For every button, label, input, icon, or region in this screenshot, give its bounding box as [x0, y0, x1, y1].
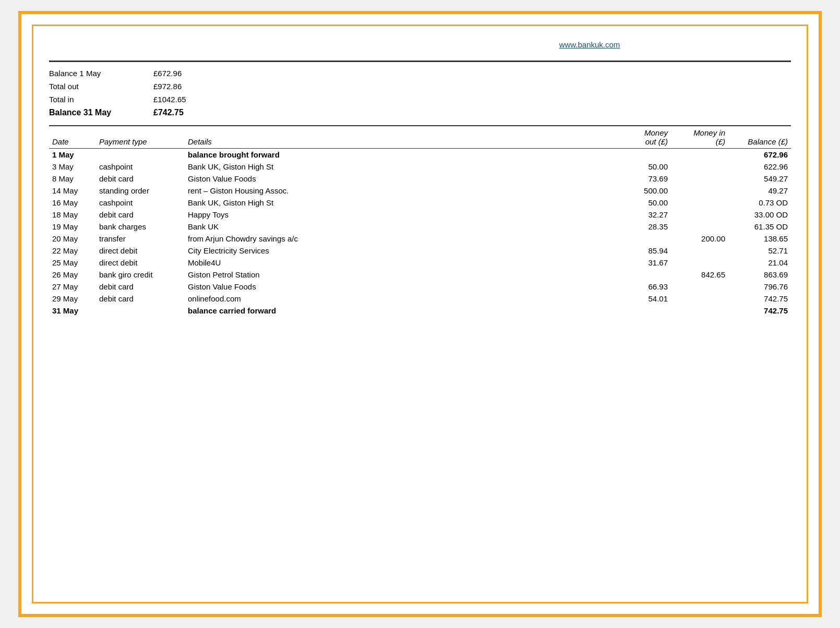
cell-payment-10: bank giro credit	[96, 269, 185, 281]
customer-address	[49, 39, 281, 51]
cell-moneyin-1	[671, 161, 728, 173]
cell-payment-13	[96, 305, 185, 317]
cell-moneyin-11	[671, 281, 728, 293]
cell-payment-12: debit card	[96, 293, 185, 305]
summary-value-3: £742.75	[153, 106, 184, 119]
col-header-moneyin: Money in(£)	[671, 126, 728, 148]
cell-details-6: Bank UK	[185, 221, 614, 233]
cell-details-1: Bank UK, Giston High St	[185, 161, 614, 173]
cell-date-4: 16 May	[49, 197, 96, 209]
cell-balance-12: 742.75	[728, 293, 791, 305]
cell-moneyin-12	[671, 293, 728, 305]
cell-details-11: Giston Value Foods	[185, 281, 614, 293]
cell-moneyin-5	[671, 209, 728, 221]
cell-details-4: Bank UK, Giston High St	[185, 197, 614, 209]
cell-moneyin-0	[671, 149, 728, 161]
cell-moneyout-0	[614, 149, 671, 161]
summary-row-1: Total out £972.86	[49, 80, 791, 93]
cell-date-0: 1 May	[49, 149, 96, 161]
cell-balance-0: 672.96	[728, 149, 791, 161]
cell-moneyout-13	[614, 305, 671, 317]
summary-label-3: Balance 31 May	[49, 106, 153, 119]
cell-moneyout-6: 28.35	[614, 221, 671, 233]
cell-moneyin-8	[671, 245, 728, 257]
cell-date-1: 3 May	[49, 161, 96, 173]
cell-balance-9: 21.04	[728, 257, 791, 269]
cell-balance-13: 742.75	[728, 305, 791, 317]
cell-details-9: Mobile4U	[185, 257, 614, 269]
cell-moneyin-13	[671, 305, 728, 317]
cell-details-7: from Arjun Chowdry savings a/c	[185, 233, 614, 245]
summary-value-0: £672.96	[153, 67, 182, 80]
cell-date-13: 31 May	[49, 305, 96, 317]
cell-details-13: balance carried forward	[185, 305, 614, 317]
cell-date-11: 27 May	[49, 281, 96, 293]
summary-row-2: Total in £1042.65	[49, 93, 791, 106]
cell-details-5: Happy Toys	[185, 209, 614, 221]
bank-address: www.bankuk.com	[559, 39, 791, 51]
cell-date-7: 20 May	[49, 233, 96, 245]
cell-moneyout-10	[614, 269, 671, 281]
statement-table: Date Payment type Details Moneyout (£) M…	[49, 125, 791, 317]
statement-info	[281, 39, 559, 51]
cell-moneyin-2	[671, 173, 728, 185]
summary-value-1: £972.86	[153, 80, 182, 93]
col-header-payment: Payment type	[96, 126, 185, 148]
summary-row-3: Balance 31 May £742.75	[49, 106, 791, 119]
col-header-date: Date	[49, 126, 96, 148]
table-row: 27 May debit card Giston Value Foods 66.…	[49, 281, 791, 293]
cell-balance-8: 52.71	[728, 245, 791, 257]
cell-date-6: 19 May	[49, 221, 96, 233]
cell-balance-11: 796.76	[728, 281, 791, 293]
cell-moneyin-9	[671, 257, 728, 269]
col-header-details: Details	[185, 126, 614, 148]
cell-payment-9: direct debit	[96, 257, 185, 269]
cell-details-2: Giston Value Foods	[185, 173, 614, 185]
table-row: 3 May cashpoint Bank UK, Giston High St …	[49, 161, 791, 173]
cell-details-0: balance brought forward	[185, 149, 614, 161]
cell-moneyout-12: 54.01	[614, 293, 671, 305]
cell-payment-7: transfer	[96, 233, 185, 245]
cell-payment-4: cashpoint	[96, 197, 185, 209]
cell-balance-10: 863.69	[728, 269, 791, 281]
table-row: 14 May standing order rent – Giston Hous…	[49, 185, 791, 197]
table-row: 22 May direct debit City Electricity Ser…	[49, 245, 791, 257]
col-header-moneyout: Moneyout (£)	[614, 126, 671, 148]
cell-date-10: 26 May	[49, 269, 96, 281]
table-row: 16 May cashpoint Bank UK, Giston High St…	[49, 197, 791, 209]
inner-border: www.bankuk.com Balance 1 May £672.96 Tot…	[32, 25, 808, 603]
summary-value-2: £1042.65	[153, 93, 186, 106]
cell-balance-1: 622.96	[728, 161, 791, 173]
cell-details-8: City Electricity Services	[185, 245, 614, 257]
cell-balance-6: 61.35 OD	[728, 221, 791, 233]
summary-label-0: Balance 1 May	[49, 67, 153, 80]
bank-website-link[interactable]: www.bankuk.com	[559, 40, 620, 49]
table-row: 8 May debit card Giston Value Foods 73.6…	[49, 173, 791, 185]
cell-payment-3: standing order	[96, 185, 185, 197]
cell-moneyout-9: 31.67	[614, 257, 671, 269]
cell-details-12: onlinefood.com	[185, 293, 614, 305]
cell-payment-6: bank charges	[96, 221, 185, 233]
cell-balance-7: 138.65	[728, 233, 791, 245]
cell-balance-3: 49.27	[728, 185, 791, 197]
cell-payment-8: direct debit	[96, 245, 185, 257]
cell-moneyout-2: 73.69	[614, 173, 671, 185]
summary-row-0: Balance 1 May £672.96	[49, 67, 791, 80]
cell-balance-5: 33.00 OD	[728, 209, 791, 221]
summary-label-1: Total out	[49, 80, 153, 93]
cell-payment-0	[96, 149, 185, 161]
cell-date-9: 25 May	[49, 257, 96, 269]
cell-moneyout-4: 50.00	[614, 197, 671, 209]
cell-date-5: 18 May	[49, 209, 96, 221]
cell-date-3: 14 May	[49, 185, 96, 197]
cell-moneyout-8: 85.94	[614, 245, 671, 257]
table-row: 1 May balance brought forward 672.96	[49, 149, 791, 161]
cell-details-10: Giston Petrol Station	[185, 269, 614, 281]
cell-balance-2: 549.27	[728, 173, 791, 185]
cell-moneyin-10: 842.65	[671, 269, 728, 281]
col-header-balance: Balance (£)	[728, 126, 791, 148]
cell-moneyout-7	[614, 233, 671, 245]
cell-moneyout-3: 500.00	[614, 185, 671, 197]
header-divider	[49, 61, 791, 62]
account-summary: Balance 1 May £672.96 Total out £972.86 …	[49, 67, 791, 120]
